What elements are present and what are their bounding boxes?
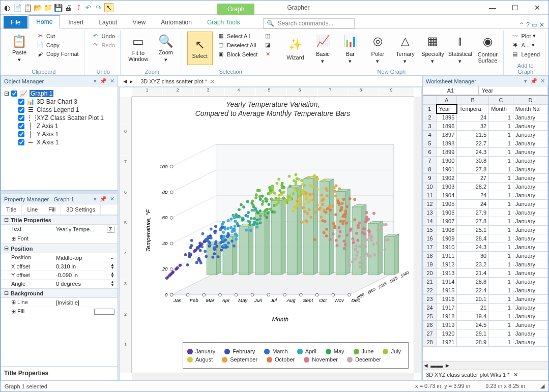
specialty-button[interactable]: ▦Specialty▾ [420, 32, 445, 65]
cell[interactable]: 1 [489, 217, 513, 226]
cell[interactable]: 1903 [437, 183, 457, 191]
qat-redo-icon[interactable]: ↷ [94, 3, 103, 12]
panel-pin-icon[interactable]: 📌 [100, 78, 107, 84]
ws-close-icon[interactable]: ✕ [540, 78, 545, 84]
prop-row[interactable]: Y offset-0.090 in▲▼ [1, 271, 118, 280]
cell[interactable]: 21 [457, 304, 489, 312]
copy-button[interactable]: 📄Copy [34, 41, 81, 49]
row-header[interactable]: 9 [423, 174, 437, 183]
cell[interactable]: 1 [489, 312, 513, 321]
prop-section[interactable]: ⊟ Position [1, 244, 118, 253]
cell[interactable]: 1918 [437, 312, 457, 321]
cell[interactable]: 1900 [437, 157, 457, 165]
legend-item[interactable]: March [264, 348, 288, 354]
row-header[interactable]: 16 [423, 234, 437, 243]
tree-check[interactable] [18, 99, 24, 105]
row-header[interactable]: 20 [423, 269, 437, 278]
cell[interactable]: 20.1 [457, 295, 489, 304]
prop-section[interactable]: ⊟ Title Properties [1, 215, 118, 225]
wizard-button[interactable]: ✨Wizard [282, 32, 308, 65]
cell[interactable]: 1 [489, 131, 513, 139]
row-header[interactable]: 19 [423, 260, 437, 269]
cell[interactable]: 1909 [437, 234, 457, 243]
cell[interactable]: 21.4 [457, 269, 489, 278]
col-header[interactable]: D [513, 96, 547, 105]
cell[interactable]: 32 [457, 122, 489, 131]
cell[interactable]: January [513, 338, 547, 347]
cell[interactable]: 28.8 [457, 278, 489, 286]
legend-item[interactable]: June [354, 348, 374, 354]
tab-graph-tools[interactable]: Graph Tools [200, 16, 247, 28]
ws-pin-icon[interactable]: 📌 [530, 78, 537, 84]
paste-button[interactable]: 📋Paste▾ [7, 32, 32, 65]
prop-row[interactable]: ⊞ Font [1, 234, 118, 244]
qat-open-icon[interactable]: 📂 [33, 3, 42, 12]
tab-view[interactable]: View [125, 16, 153, 28]
cell[interactable]: January [513, 139, 547, 148]
ws-tab-close-icon[interactable]: ✕ [513, 372, 518, 378]
row-header[interactable]: 26 [423, 321, 437, 329]
cell[interactable]: 24 [457, 191, 489, 200]
tree-item[interactable]: ⋮⋮XYZ Class Scatter Plot 1 [18, 114, 114, 122]
document-tab[interactable]: 3D XYZ class scatter plot *✕ [136, 77, 219, 86]
cell[interactable]: 23.2 [457, 260, 489, 269]
row-header[interactable]: 3 [423, 122, 437, 131]
tree-check[interactable] [18, 123, 24, 129]
cell[interactable]: January [513, 234, 547, 243]
add-plot-button[interactable]: 〰Plot▾ [509, 32, 542, 40]
legend-item[interactable]: October [267, 356, 295, 363]
basic-button[interactable]: 📈Basic▾ [310, 32, 335, 65]
qat-new-icon[interactable]: 📄 [13, 3, 22, 12]
qat-export-icon[interactable]: ⤴ [74, 3, 83, 12]
cell[interactable]: January [513, 208, 547, 217]
tab-home[interactable]: Home [28, 15, 60, 29]
tree-check[interactable] [18, 139, 24, 145]
cell[interactable]: 1915 [437, 286, 457, 295]
cell[interactable]: 27.9 [457, 208, 489, 217]
fit-window-button[interactable]: ▭Fit to Window [126, 32, 151, 65]
legend-item[interactable]: April [297, 348, 316, 354]
cell[interactable]: 27.8 [457, 217, 489, 226]
chart-canvas[interactable]: Yearly Temperature Variation, Compared t… [132, 97, 414, 373]
cell[interactable]: January [513, 191, 547, 200]
cell[interactable]: January [513, 157, 547, 165]
row-header[interactable]: 5 [423, 139, 437, 148]
cell[interactable]: 1 [489, 174, 513, 183]
cell[interactable]: 1 [489, 243, 513, 252]
pm-opts-icon[interactable]: ▾ [94, 196, 97, 202]
cell[interactable]: January [513, 183, 547, 191]
cell[interactable]: January [513, 304, 547, 312]
tab-automation[interactable]: Automation [154, 16, 199, 28]
cell[interactable]: January [513, 269, 547, 278]
help-q-icon[interactable]: ? [526, 21, 530, 28]
cell[interactable]: Year [437, 105, 457, 113]
search-commands-input[interactable]: 🔍 Search commands... [263, 18, 355, 28]
cell[interactable]: 1917 [437, 304, 457, 312]
cell[interactable]: January [513, 252, 547, 260]
row-header[interactable]: 6 [423, 148, 437, 157]
cell[interactable]: January [513, 321, 547, 329]
copy-format-button[interactable]: 🖌Copy Format [34, 50, 81, 58]
block-select-button[interactable]: ▣Block Select [215, 50, 260, 58]
cell[interactable]: 1901 [437, 165, 457, 174]
qat-print-icon[interactable]: 🖨 [64, 3, 73, 12]
cell[interactable]: 1911 [437, 252, 457, 260]
cell[interactable]: 28.2 [457, 183, 489, 191]
cell[interactable]: 1 [489, 226, 513, 234]
cell[interactable]: 1913 [437, 269, 457, 278]
cell[interactable]: 1914 [437, 278, 457, 286]
cell[interactable]: January [513, 200, 547, 208]
row-header[interactable]: 8 [423, 165, 437, 174]
prop-section[interactable]: ⊟ Background [1, 288, 118, 298]
col-header[interactable]: B [457, 96, 489, 105]
qat-undo-icon[interactable]: ↶ [84, 3, 93, 12]
prop-row[interactable]: Angle0 degrees▲▼ [1, 280, 118, 288]
ref-cell[interactable]: A1 [423, 86, 479, 95]
cell[interactable]: 1 [489, 234, 513, 243]
add-a-button[interactable]: ✱A...▾ [509, 41, 542, 49]
cell[interactable]: 1896 [437, 122, 457, 131]
ref-value[interactable]: Year [479, 86, 548, 95]
legend-item[interactable]: May [326, 348, 344, 354]
col-header[interactable]: A [437, 96, 457, 105]
legend-item[interactable]: February [224, 348, 255, 354]
